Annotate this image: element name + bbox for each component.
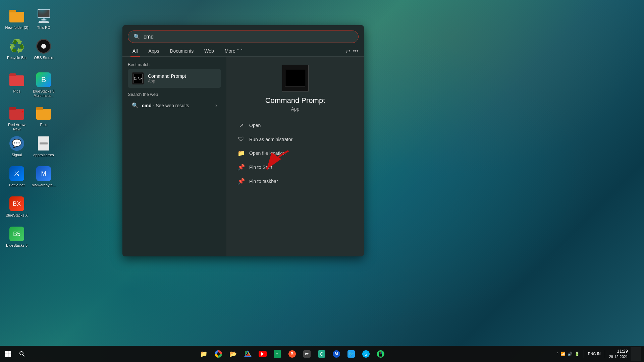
tab-more[interactable]: More ˅ ˅ — [220, 46, 248, 56]
action-run-as-admin[interactable]: 🛡 Run as administrator — [232, 132, 359, 146]
malwarebytes-icon: M — [36, 166, 52, 182]
search-input-box[interactable]: 🔍 — [128, 31, 359, 43]
chevron-up-icon[interactable]: ^ — [556, 352, 558, 356]
battlenet-icon: ⚔ — [9, 166, 25, 182]
folder-icon — [9, 8, 25, 24]
desktop-icon-label: Pics — [13, 89, 20, 94]
best-match-label: Best match — [128, 62, 221, 67]
search-icon: 🔍 — [133, 34, 140, 40]
tab-apps[interactable]: Apps — [144, 46, 164, 56]
desktop-icon-recycle-bin[interactable]: ♻️ Recycle Bin — [3, 37, 30, 61]
obs-icon — [36, 38, 52, 54]
taskbar-bit[interactable]: bt — [300, 347, 314, 361]
best-match-item[interactable]: C:\> Command Prompt App — [128, 69, 221, 88]
divider2 — [605, 350, 605, 358]
folder-open-icon: 📁 — [237, 149, 245, 157]
desktop-icon-label: Red Arrow New — [5, 123, 29, 131]
app-name-large: Command Prompt — [265, 96, 325, 105]
more-options-icon[interactable]: ••• — [353, 48, 359, 54]
desktop-icon-red-arrow-new[interactable]: ↗ Red Arrow New — [3, 104, 30, 133]
svg-rect-1 — [5, 351, 8, 354]
desktop-icon-label: Battle.net — [9, 183, 24, 187]
app-type-large: App — [291, 106, 300, 112]
taskbar-sheets[interactable]: ≡ — [271, 347, 284, 361]
svg-rect-4 — [8, 354, 11, 357]
search-tabs: All Apps Documents Web More ˅ ˅ ⇄ ••• — [122, 43, 364, 57]
taskbar-search-button[interactable] — [15, 347, 29, 361]
taskbar-cmder[interactable]: C — [315, 347, 328, 361]
open-icon: ↗ — [237, 122, 245, 129]
system-tray: ^ 📶 🔊 🔋 — [556, 352, 580, 356]
action-open-file-location[interactable]: 📁 Open file location — [232, 146, 359, 160]
search-content: Best match C:\> Command Prompt App Searc… — [122, 57, 364, 256]
share-icon[interactable]: ⇄ — [346, 48, 350, 54]
desktop-icon-signal[interactable]: 💬 Signal — [3, 134, 30, 159]
taskbar-file-explorer[interactable]: 📁 — [197, 347, 210, 361]
taskbar-malwarebytes2[interactable]: M — [330, 347, 343, 361]
tab-all[interactable]: All — [128, 46, 143, 56]
desktop-icon-bluestacks5[interactable]: B BlueStacks 5 Multi-Insta... — [30, 70, 57, 99]
taskbar-youtube[interactable] — [256, 347, 269, 361]
pin-taskbar-icon: 📌 — [237, 178, 245, 185]
windows-icon — [5, 351, 11, 357]
desktop-icon-bluestacksx[interactable]: BX BlueStacks X — [3, 194, 30, 219]
appraiserres-icon — [36, 135, 52, 152]
desktop-icon-new-folder[interactable]: New folder (2) — [3, 7, 30, 31]
desktop-icon-appraiserres[interactable]: appraiserres — [30, 134, 57, 159]
desktop-icon-battlenet[interactable]: ⚔ Battle.net — [3, 164, 30, 189]
tab-documents[interactable]: Documents — [165, 46, 198, 56]
desktop-icon-label: OBS Studio — [34, 56, 53, 60]
desktop-icon-this-pc[interactable]: 🖥️ This PC — [30, 7, 57, 31]
taskbar-left — [0, 347, 30, 361]
taskbar-whatsapp[interactable]: 📱 — [374, 347, 387, 361]
pics2-folder-icon — [36, 105, 52, 121]
desktop-icon-label: BlueStacks 5 Multi-Insta... — [32, 89, 56, 98]
taskbar-twitter[interactable]: 🐦 — [344, 347, 358, 361]
bluestacksx-icon: BX — [9, 196, 25, 212]
desktop-icon-bluestacks5b[interactable]: B5 BlueStacks 5 — [3, 225, 30, 249]
desktop-icon-obs[interactable]: OBS Studio — [30, 37, 57, 61]
action-pin-to-taskbar[interactable]: 📌 Pin to taskbar — [232, 174, 359, 188]
desktop-icon-label: Signal — [12, 153, 22, 157]
desktop-icon-pics2[interactable]: Pics — [30, 104, 57, 128]
web-search-item[interactable]: 🔍 cmd - See web results › — [128, 99, 221, 112]
gdrive-icon — [244, 350, 252, 358]
desktop-icon-label: New folder (2) — [5, 25, 28, 30]
desktop: New folder (2) 🖥️ This PC ♻️ Recycle Bin… — [0, 0, 644, 362]
recycle-icon: ♻️ — [9, 38, 25, 54]
divider — [584, 350, 584, 358]
desktop-icon-label: Malwarebyte... — [32, 183, 56, 187]
web-search-label: Search the web — [128, 92, 221, 97]
taskbar-gdrive[interactable] — [241, 347, 255, 361]
pin-start-icon: 📌 — [237, 164, 245, 171]
app-icon-large — [282, 65, 309, 92]
monitor-icon: 🖥️ — [36, 8, 52, 24]
language-indicator: ENG IN — [588, 351, 601, 356]
search-input[interactable] — [144, 34, 353, 40]
taskbar-chrome[interactable] — [212, 347, 225, 361]
start-button[interactable] — [1, 347, 15, 361]
taskbar-right: ^ 📶 🔊 🔋 ENG IN 11:29 29-12-2021 — [554, 347, 644, 361]
action-open[interactable]: ↗ Open — [232, 118, 359, 132]
svg-rect-2 — [8, 351, 11, 354]
start-menu: 🔍 All Apps Documents Web More ˅ ˅ ⇄ ••• — [122, 25, 364, 256]
taskbar-skype[interactable]: S — [359, 347, 373, 361]
taskbar: 📁 📂 ≡ — [0, 346, 644, 362]
taskbar-brave[interactable]: B — [285, 347, 299, 361]
left-panel: Best match C:\> Command Prompt App Searc… — [122, 57, 226, 256]
taskbar-folders[interactable]: 📂 — [226, 347, 240, 361]
svg-rect-3 — [5, 354, 8, 357]
clock[interactable]: 11:29 29-12-2021 — [609, 349, 628, 359]
battery-icon: 🔋 — [575, 352, 580, 356]
desktop-icon-pics[interactable]: Pics — [3, 70, 30, 95]
signal-icon: 💬 — [9, 135, 25, 152]
desktop-icon-label: Recycle Bin — [7, 56, 26, 60]
desktop-icon-label: BlueStacks 5 — [6, 243, 28, 248]
pics-folder-icon — [9, 72, 25, 88]
desktop-icon-malwarebytes[interactable]: M Malwarebyte... — [30, 164, 57, 189]
tab-web[interactable]: Web — [200, 46, 219, 56]
action-pin-to-start[interactable]: 📌 Pin to Start — [232, 160, 359, 174]
desktop-icon-label: Pics — [40, 123, 47, 127]
show-desktop-button[interactable] — [631, 347, 641, 361]
result-name: Command Prompt — [148, 73, 186, 79]
